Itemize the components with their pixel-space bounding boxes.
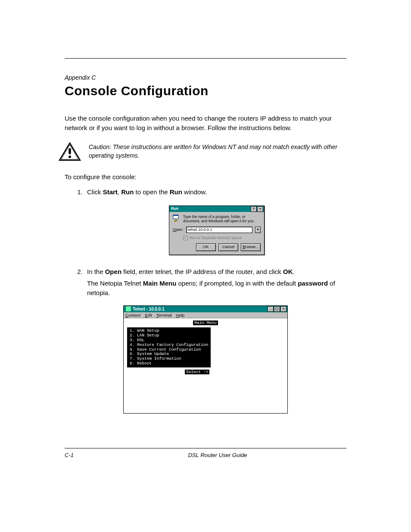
telnet-window: Telnet - 10.0.0.1 _ ▢ × Connect Edit Ter… — [123, 305, 288, 414]
telnet-pane: Main Menu 1. WAN Setup 2. LAN Setup 3. D… — [124, 318, 287, 413]
caution-text: Caution: These instructions are written … — [89, 143, 346, 160]
telnet-main-menu-label: Main Menu — [193, 320, 218, 325]
page-header: Appendix C Console Configuration — [65, 74, 346, 98]
close-button[interactable]: × — [280, 306, 286, 312]
telnet-title: Telnet - 10.0.0.1 — [133, 307, 165, 311]
appendix-label: Appendix C — [65, 74, 346, 81]
intro-paragraph: Use the console configuration when you n… — [65, 114, 346, 133]
mem-space-row: Run in Separate Memory Space — [183, 235, 261, 240]
mem-space-checkbox[interactable] — [183, 236, 188, 240]
menu-item-3[interactable]: 3. DSL — [130, 338, 208, 343]
lead-in: To configure the console: — [65, 172, 346, 182]
open-input-value: telnet 10.0.0.1 — [188, 227, 212, 233]
open-input[interactable]: telnet 10.0.0.1 — [186, 227, 252, 233]
svg-rect-2 — [68, 148, 71, 154]
help-button[interactable]: ? — [251, 206, 257, 212]
steps-list: Click Start, Run to open the Run window.… — [65, 187, 346, 298]
menu-terminal[interactable]: Terminal — [156, 313, 172, 317]
page-footer: C-1 DSL Router User Guide — [65, 448, 346, 458]
run-dialog-titlebar: Run ? × — [169, 206, 264, 212]
run-dialog: Run ? × — [169, 205, 265, 255]
run-app-icon — [173, 215, 181, 222]
menu-item-4[interactable]: 4. Restore Factory Configuration — [130, 343, 208, 348]
run-dialog-title: Run — [171, 206, 179, 212]
svg-rect-5 — [173, 215, 178, 216]
mem-space-label: Run in Separate Memory Space — [190, 235, 242, 240]
open-dropdown-button[interactable]: ▼ — [255, 227, 261, 233]
svg-point-3 — [68, 156, 71, 158]
telnet-menubar: Connect Edit Terminal Help — [124, 312, 287, 318]
telnet-app-icon — [125, 306, 131, 312]
open-label: Open: — [173, 227, 184, 233]
step-1: Click Start, Run to open the Run window.… — [84, 187, 346, 255]
telnet-select-label: Select -> — [185, 370, 209, 374]
telnet-select-row: Select -> — [127, 370, 284, 375]
telnet-titlebar: Telnet - 10.0.0.1 _ ▢ × — [124, 306, 287, 312]
footer-title: DSL Router User Guide — [89, 452, 346, 458]
run-message: Type the name of a program, folder, or d… — [183, 215, 261, 223]
page-title: Console Configuration — [65, 84, 346, 98]
maximize-button[interactable]: ▢ — [274, 306, 280, 312]
menu-item-8[interactable]: 8. Reboot — [130, 361, 208, 366]
caution-block: Caution: These instructions are written … — [59, 142, 346, 161]
ok-button[interactable]: OK — [196, 243, 216, 251]
top-rule — [65, 58, 346, 59]
page-number: C-1 — [65, 452, 89, 458]
minimize-button[interactable]: _ — [268, 306, 274, 312]
step-2: In the Open field, enter telnet, the IP … — [84, 267, 346, 298]
telnet-select-input[interactable] — [209, 370, 226, 374]
browse-button[interactable]: Browse... — [241, 243, 261, 251]
telnet-menu-list: 1. WAN Setup 2. LAN Setup 3. DSL 4. Rest… — [127, 327, 211, 367]
cancel-button[interactable]: Cancel — [218, 243, 238, 251]
warning-icon — [59, 142, 81, 161]
close-button[interactable]: × — [257, 206, 263, 212]
menu-edit[interactable]: Edit — [145, 313, 152, 317]
menu-help[interactable]: Help — [176, 313, 185, 317]
menu-connect[interactable]: Connect — [125, 313, 140, 317]
